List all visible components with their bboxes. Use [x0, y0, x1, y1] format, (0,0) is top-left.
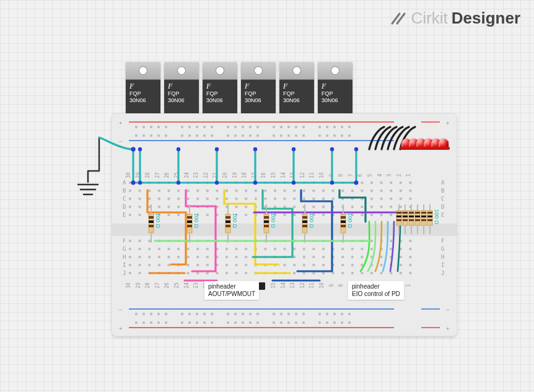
svg-rect-533 [187, 220, 192, 223]
svg-point-514 [177, 147, 180, 151]
mosfet-4: FFQP30N06 [241, 62, 276, 118]
svg-rect-155 [157, 313, 160, 315]
brand-text-2: Designer [452, 9, 520, 28]
svg-rect-136 [211, 134, 213, 137]
svg-rect-245 [167, 206, 170, 208]
svg-rect-128 [142, 134, 145, 137]
svg-rect-395 [312, 206, 315, 208]
svg-rect-433 [351, 189, 354, 192]
led-6 [439, 139, 449, 149]
svg-rect-219 [139, 256, 141, 258]
svg-text:22: 22 [203, 172, 209, 178]
svg-rect-318 [235, 248, 238, 250]
svg-text:G: G [441, 246, 444, 252]
svg-rect-203 [129, 189, 131, 192]
svg-text:B: B [123, 188, 126, 194]
svg-rect-148 [326, 134, 328, 137]
svg-rect-539 [225, 220, 230, 223]
svg-rect-442 [361, 181, 363, 184]
svg-rect-558 [341, 225, 346, 227]
svg-rect-274 [196, 198, 199, 200]
svg-rect-293 [216, 189, 218, 192]
svg-rect-166 [256, 313, 259, 315]
svg-rect-325 [245, 206, 247, 208]
svg-rect-204 [129, 198, 131, 200]
svg-rect-269 [187, 256, 190, 258]
svg-rect-311 [225, 272, 228, 274]
svg-rect-179 [150, 321, 152, 324]
svg-text:8: 8 [338, 173, 344, 176]
svg-text:J: J [441, 270, 444, 276]
svg-rect-103 [142, 126, 145, 128]
svg-rect-490 [400, 264, 402, 266]
svg-rect-191 [256, 321, 259, 324]
svg-rect-243 [167, 189, 170, 192]
svg-rect-104 [150, 126, 152, 128]
svg-rect-235 [158, 206, 160, 208]
svg-rect-216 [139, 214, 141, 216]
svg-rect-214 [139, 198, 141, 200]
svg-point-509 [131, 147, 136, 152]
svg-rect-263 [187, 189, 190, 192]
svg-text:30: 30 [126, 282, 131, 289]
svg-rect-538 [225, 216, 230, 219]
svg-rect-501 [409, 272, 411, 274]
svg-rect-319 [235, 256, 238, 258]
svg-text:B: B [441, 188, 444, 194]
svg-point-517 [215, 181, 219, 185]
svg-text:E: E [441, 212, 444, 218]
svg-rect-454 [370, 198, 373, 200]
svg-rect-552 [302, 225, 307, 227]
svg-text:C: C [123, 196, 126, 202]
svg-text:28: 28 [145, 172, 151, 178]
svg-text:G: G [123, 246, 126, 252]
svg-text:26: 26 [164, 172, 170, 178]
svg-point-516 [215, 147, 219, 151]
svg-rect-540 [225, 225, 230, 227]
svg-rect-239 [158, 256, 160, 258]
svg-point-518 [253, 147, 257, 151]
svg-rect-108 [188, 126, 191, 128]
svg-rect-184 [196, 321, 198, 324]
svg-rect-215 [139, 206, 141, 208]
svg-rect-439 [351, 256, 354, 258]
svg-rect-413 [332, 189, 335, 192]
svg-rect-124 [333, 126, 336, 128]
svg-rect-238 [158, 248, 160, 250]
svg-rect-390 [303, 264, 305, 266]
svg-rect-546 [264, 225, 269, 227]
svg-text:C: C [441, 196, 444, 202]
svg-rect-186 [211, 321, 213, 324]
svg-rect-358 [274, 248, 276, 250]
svg-rect-142 [273, 134, 275, 137]
logo-hatch-icon [390, 12, 408, 25]
svg-rect-176 [348, 313, 351, 315]
svg-rect-526 [149, 216, 154, 219]
svg-rect-290 [206, 264, 209, 266]
svg-rect-500 [409, 264, 411, 266]
svg-rect-462 [380, 181, 383, 184]
svg-rect-168 [280, 313, 282, 315]
svg-rect-244 [167, 198, 170, 200]
svg-rect-175 [341, 313, 343, 315]
svg-rect-213 [139, 189, 141, 192]
svg-rect-458 [370, 248, 373, 250]
svg-rect-188 [234, 321, 237, 324]
svg-rect-288 [206, 248, 209, 250]
svg-rect-435 [351, 206, 354, 208]
svg-rect-381 [293, 272, 295, 274]
svg-rect-429 [341, 256, 344, 258]
svg-rect-309 [225, 256, 228, 258]
svg-rect-233 [158, 189, 160, 192]
svg-text:−: − [119, 307, 123, 313]
svg-text:12: 12 [300, 172, 305, 178]
resistor: 100 Ω [185, 204, 195, 243]
svg-rect-399 [312, 256, 315, 258]
svg-rect-207 [129, 240, 131, 242]
svg-rect-440 [351, 264, 354, 266]
svg-text:I: I [441, 262, 444, 268]
svg-rect-414 [332, 198, 335, 200]
svg-rect-134 [196, 134, 198, 137]
svg-rect-158 [188, 313, 191, 315]
svg-rect-383 [303, 189, 305, 192]
